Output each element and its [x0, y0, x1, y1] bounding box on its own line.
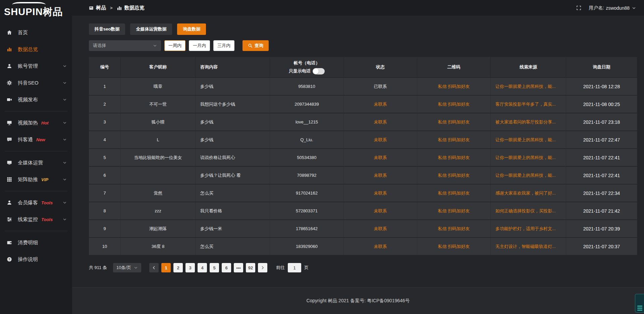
phone-toggle-row: 只显示电话 [289, 68, 325, 74]
cell-date: 2021-11-07 23:18 [566, 113, 637, 131]
sidebar-item-3[interactable]: 账号管理 [0, 58, 72, 74]
cell-content: 多少钱 [196, 78, 270, 96]
sidebar-item-9[interactable]: 矩阵助推VIP [0, 171, 72, 188]
question-icon: ? [7, 256, 13, 262]
breadcrumb-label: 数据总览 [124, 5, 145, 11]
sidebar-item-8[interactable]: 全媒体运营 [0, 154, 72, 171]
sidebar-item-10[interactable]: 会员爆客Tools [0, 194, 72, 211]
sidebar-item-4[interactable]: 抖音SEO [0, 74, 72, 91]
cell-status: 未联系 [344, 185, 417, 202]
cell-source[interactable]: 感谢大家喜欢我家，被问了好... [491, 185, 566, 202]
footer: Copyright 树品 2021 备案号: 粤ICP备09019646号 [72, 287, 644, 314]
sidebar-item-12[interactable]: 消费明细 [0, 234, 72, 251]
page-button-92[interactable]: 92 [246, 263, 255, 272]
topbar-right: 用户名: zswodun88 [576, 5, 636, 11]
cell-account: love__1215 [270, 113, 344, 131]
phone-only-toggle[interactable] [313, 68, 325, 74]
page-ellipsis-button[interactable]: ••• [234, 263, 243, 272]
page-button-4[interactable]: 4 [198, 263, 207, 272]
sidebar-item-11[interactable]: 线索监控Tools [0, 211, 72, 228]
cell-qrcode[interactable]: 私信 扫码加好友 [417, 238, 491, 256]
cell-qrcode[interactable]: 私信 扫码加好友 [417, 202, 491, 220]
cell-qrcode[interactable]: 私信 扫码加好友 [417, 185, 491, 202]
sidebar-item-2[interactable]: 数据总览 [0, 41, 72, 58]
cell-status: 未联系 [344, 149, 417, 167]
cell-qrcode[interactable]: 私信 扫码加好友 [417, 96, 491, 113]
fullscreen-icon[interactable] [576, 5, 581, 10]
cell-status: 未联系 [344, 220, 417, 238]
sidebar-item-label: 抖客通 [18, 137, 33, 143]
sidebar-item-1[interactable]: 首页 [0, 24, 72, 41]
sidebar-item-7[interactable]: 抖客通New [0, 131, 72, 148]
bar-chart-icon [7, 46, 13, 52]
cell-qrcode[interactable]: 私信 扫码加好友 [417, 78, 491, 96]
goto-page-input[interactable] [288, 263, 301, 272]
cell-account: 917024162 [270, 185, 344, 202]
sidebar-item-label: 账号管理 [18, 63, 38, 69]
table-row: 4L多少钱Q_Liu.未联系私信 扫码加好友让你一眼就爱上的黑科技，能...20… [89, 131, 637, 149]
cell-source[interactable]: 客厅安装投影半年多了，真实... [491, 96, 566, 113]
page-button-1[interactable]: 1 [161, 263, 171, 272]
cell-source[interactable]: 让你一眼就爱上的黑科技，能... [491, 167, 566, 185]
tab-3[interactable]: 询盘数据 [177, 23, 206, 35]
tab-2[interactable]: 全媒体运营数据 [130, 23, 172, 35]
prev-page-button[interactable] [149, 263, 159, 272]
cell-qrcode[interactable]: 私信 扫码加好友 [417, 220, 491, 238]
cell-source[interactable]: 让你一眼就爱上的黑科技，能... [491, 149, 566, 167]
user-menu[interactable]: 用户名: zswodun88 [589, 5, 636, 11]
cell-date: 2021-11-07 20:37 [566, 238, 637, 256]
cell-date: 2021-11-07 22:41 [566, 149, 637, 167]
cell-source[interactable]: 无主灯设计，智能磁吸轨道灯... [491, 238, 566, 256]
cell-source[interactable]: 被大家追着问的客厅投影分享... [491, 113, 566, 131]
cell-qrcode[interactable]: 私信 扫码加好友 [417, 167, 491, 185]
cell-id: 1 [89, 78, 121, 96]
sidebar-item-6[interactable]: 视频加热Hot [0, 114, 72, 131]
phone-toggle-label: 只显示电话 [289, 68, 311, 74]
breadcrumb-item[interactable]: 数据总览 [117, 5, 145, 11]
cell-id: 4 [89, 131, 121, 149]
cell-source[interactable]: 多功能护栏灯，适用于乡村文... [491, 220, 566, 238]
period-button-2[interactable]: 一月内 [189, 40, 210, 51]
period-button-1[interactable]: 一周内 [164, 40, 185, 51]
page-size-select[interactable]: 10条/页 [113, 263, 141, 272]
cell-date: 2021-11-08 12:28 [566, 78, 637, 96]
sidebar-item-5[interactable]: 视频发布 [0, 91, 72, 108]
cell-source[interactable]: 如何正确选择投影仪，买投影... [491, 202, 566, 220]
sidebar-item-label: 消费明细 [18, 240, 38, 246]
cell-qrcode[interactable]: 私信 扫码加好友 [417, 131, 491, 149]
page-button-6[interactable]: 6 [222, 263, 231, 272]
sidebar-item-label: 全媒体运营 [18, 160, 43, 166]
cell-source[interactable]: 让你一眼就爱上的黑科技，能... [491, 131, 566, 149]
divider [5, 111, 67, 111]
divider [5, 231, 67, 231]
cell-nickname: 觉然 [121, 185, 196, 202]
account-column-header: 帐号（电话）只显示电话 [270, 60, 343, 74]
table-row: 7觉然怎么买917024162未联系私信 扫码加好友感谢大家喜欢我家，被问了好.… [89, 185, 637, 202]
sidebar-item-13[interactable]: ?操作说明 [0, 251, 72, 268]
search-button[interactable]: 查询 [243, 40, 269, 51]
cell-date: 2021-11-07 22:41 [566, 167, 637, 185]
sidebar-item-label: 线索监控 [18, 216, 38, 223]
floating-widget[interactable] [635, 294, 644, 313]
cell-nickname: 36度 8 [121, 238, 196, 256]
page-button-3[interactable]: 3 [185, 263, 195, 272]
filter-select[interactable]: 请选择 [89, 40, 161, 51]
cell-qrcode[interactable]: 私信 扫码加好友 [417, 149, 491, 167]
cell-status: 未联系 [344, 96, 417, 113]
table-row: 1哦章多少钱9583810已联系私信 扫码加好友让你一眼就爱上的黑科技，能...… [89, 78, 637, 96]
cell-source[interactable]: 让你一眼就爱上的黑科技，能... [491, 78, 566, 96]
cell-content: 怎么买 [196, 185, 270, 202]
divider [5, 151, 67, 151]
cell-date: 2021-11-07 22:47 [566, 131, 637, 149]
cell-id: 6 [89, 167, 121, 185]
next-page-button[interactable] [258, 263, 267, 272]
tab-1[interactable]: 抖音seo数据 [89, 23, 125, 35]
breadcrumb-item[interactable]: 树品 [89, 5, 106, 11]
period-button-3[interactable]: 三月内 [213, 40, 234, 51]
cell-qrcode[interactable]: 私信 扫码加好友 [417, 113, 491, 131]
page-button-2[interactable]: 2 [173, 263, 183, 272]
page-button-5[interactable]: 5 [210, 263, 219, 272]
breadcrumb-separator: > [110, 5, 113, 10]
column-header: 编号 [89, 57, 121, 78]
cell-account: 2097344839 [270, 96, 344, 113]
